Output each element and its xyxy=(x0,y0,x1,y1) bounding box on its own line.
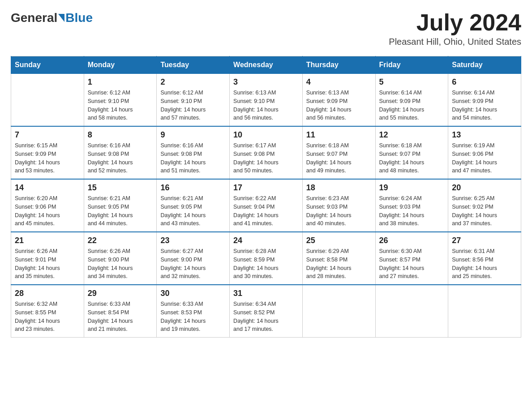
table-row: 12Sunrise: 6:18 AM Sunset: 9:07 PM Dayli… xyxy=(375,126,448,179)
day-number: 15 xyxy=(88,183,153,193)
day-info: Sunrise: 6:32 AM Sunset: 8:55 PM Dayligh… xyxy=(15,300,80,334)
day-info: Sunrise: 6:21 AM Sunset: 9:05 PM Dayligh… xyxy=(160,194,226,228)
header-tuesday: Tuesday xyxy=(157,56,230,74)
day-info: Sunrise: 6:29 AM Sunset: 8:58 PM Dayligh… xyxy=(306,247,372,281)
day-info: Sunrise: 6:17 AM Sunset: 9:08 PM Dayligh… xyxy=(233,141,299,175)
day-number: 13 xyxy=(452,130,517,140)
day-info: Sunrise: 6:16 AM Sunset: 9:08 PM Dayligh… xyxy=(88,141,153,175)
header-friday: Friday xyxy=(375,56,448,74)
day-number: 4 xyxy=(306,77,372,87)
day-number: 28 xyxy=(15,289,80,298)
table-row: 5Sunrise: 6:14 AM Sunset: 9:09 PM Daylig… xyxy=(375,74,448,127)
day-number: 17 xyxy=(233,183,299,193)
header-wednesday: Wednesday xyxy=(230,56,303,74)
calendar-week-row: 21Sunrise: 6:26 AM Sunset: 9:01 PM Dayli… xyxy=(11,232,521,285)
day-number: 12 xyxy=(379,130,445,140)
day-number: 23 xyxy=(160,236,226,245)
table-row xyxy=(11,74,84,127)
day-number: 21 xyxy=(15,236,80,245)
day-number: 7 xyxy=(15,130,80,140)
table-row: 16Sunrise: 6:21 AM Sunset: 9:05 PM Dayli… xyxy=(157,179,230,232)
day-info: Sunrise: 6:18 AM Sunset: 9:07 PM Dayligh… xyxy=(306,141,372,175)
header-sunday: Sunday xyxy=(11,56,84,74)
day-info: Sunrise: 6:30 AM Sunset: 8:57 PM Dayligh… xyxy=(379,247,445,281)
day-info: Sunrise: 6:26 AM Sunset: 9:01 PM Dayligh… xyxy=(15,247,80,281)
calendar-week-row: 1Sunrise: 6:12 AM Sunset: 9:10 PM Daylig… xyxy=(11,74,521,127)
table-row: 11Sunrise: 6:18 AM Sunset: 9:07 PM Dayli… xyxy=(302,126,375,179)
day-info: Sunrise: 6:21 AM Sunset: 9:05 PM Dayligh… xyxy=(88,194,153,228)
table-row: 20Sunrise: 6:25 AM Sunset: 9:02 PM Dayli… xyxy=(448,179,521,232)
day-info: Sunrise: 6:13 AM Sunset: 9:10 PM Dayligh… xyxy=(233,89,299,122)
calendar-week-row: 28Sunrise: 6:32 AM Sunset: 8:55 PM Dayli… xyxy=(11,285,521,338)
header-thursday: Thursday xyxy=(302,56,375,74)
day-info: Sunrise: 6:15 AM Sunset: 9:09 PM Dayligh… xyxy=(15,141,80,175)
day-info: Sunrise: 6:16 AM Sunset: 9:08 PM Dayligh… xyxy=(160,141,226,175)
location: Pleasant Hill, Ohio, United States xyxy=(389,37,521,47)
header-saturday: Saturday xyxy=(448,56,521,74)
day-number: 31 xyxy=(233,289,299,298)
table-row: 7Sunrise: 6:15 AM Sunset: 9:09 PM Daylig… xyxy=(11,126,84,179)
day-number: 29 xyxy=(88,289,153,298)
day-number: 16 xyxy=(160,183,226,193)
day-number: 11 xyxy=(306,130,372,140)
day-number: 6 xyxy=(452,77,517,87)
day-info: Sunrise: 6:22 AM Sunset: 9:04 PM Dayligh… xyxy=(233,194,299,228)
table-row: 23Sunrise: 6:27 AM Sunset: 9:00 PM Dayli… xyxy=(157,232,230,285)
day-info: Sunrise: 6:13 AM Sunset: 9:09 PM Dayligh… xyxy=(306,89,372,122)
logo-triangle-icon xyxy=(58,14,64,22)
day-number: 14 xyxy=(15,183,80,193)
day-number: 18 xyxy=(306,183,372,193)
day-info: Sunrise: 6:18 AM Sunset: 9:07 PM Dayligh… xyxy=(379,141,445,175)
table-row: 4Sunrise: 6:13 AM Sunset: 9:09 PM Daylig… xyxy=(302,74,375,127)
day-info: Sunrise: 6:14 AM Sunset: 9:09 PM Dayligh… xyxy=(452,89,517,122)
calendar-week-row: 7Sunrise: 6:15 AM Sunset: 9:09 PM Daylig… xyxy=(11,126,521,179)
day-number: 9 xyxy=(160,130,226,140)
day-number: 30 xyxy=(160,289,226,298)
table-row: 24Sunrise: 6:28 AM Sunset: 8:59 PM Dayli… xyxy=(230,232,303,285)
day-info: Sunrise: 6:12 AM Sunset: 9:10 PM Dayligh… xyxy=(88,89,153,122)
table-row: 13Sunrise: 6:19 AM Sunset: 9:06 PM Dayli… xyxy=(448,126,521,179)
table-row: 17Sunrise: 6:22 AM Sunset: 9:04 PM Dayli… xyxy=(230,179,303,232)
day-number: 24 xyxy=(233,236,299,245)
month-title: July 2024 xyxy=(389,11,521,34)
day-number: 22 xyxy=(88,236,153,245)
table-row: 10Sunrise: 6:17 AM Sunset: 9:08 PM Dayli… xyxy=(230,126,303,179)
table-row: 9Sunrise: 6:16 AM Sunset: 9:08 PM Daylig… xyxy=(157,126,230,179)
day-info: Sunrise: 6:34 AM Sunset: 8:52 PM Dayligh… xyxy=(233,300,299,334)
day-number: 5 xyxy=(379,77,445,87)
day-info: Sunrise: 6:33 AM Sunset: 8:53 PM Dayligh… xyxy=(160,300,226,334)
day-number: 20 xyxy=(452,183,517,193)
table-row: 22Sunrise: 6:26 AM Sunset: 9:00 PM Dayli… xyxy=(84,232,157,285)
day-info: Sunrise: 6:19 AM Sunset: 9:06 PM Dayligh… xyxy=(452,141,517,175)
day-info: Sunrise: 6:31 AM Sunset: 8:56 PM Dayligh… xyxy=(452,247,517,281)
logo: General Blue xyxy=(11,11,93,25)
table-row: 8Sunrise: 6:16 AM Sunset: 9:08 PM Daylig… xyxy=(84,126,157,179)
table-row: 3Sunrise: 6:13 AM Sunset: 9:10 PM Daylig… xyxy=(230,74,303,127)
table-row: 2Sunrise: 6:12 AM Sunset: 9:10 PM Daylig… xyxy=(157,74,230,127)
logo-general-text: General xyxy=(11,11,57,25)
table-row: 26Sunrise: 6:30 AM Sunset: 8:57 PM Dayli… xyxy=(375,232,448,285)
day-info: Sunrise: 6:23 AM Sunset: 9:03 PM Dayligh… xyxy=(306,194,372,228)
day-info: Sunrise: 6:14 AM Sunset: 9:09 PM Dayligh… xyxy=(379,89,445,122)
table-row: 30Sunrise: 6:33 AM Sunset: 8:53 PM Dayli… xyxy=(157,285,230,338)
logo-blue-text: Blue xyxy=(65,11,93,25)
table-row: 18Sunrise: 6:23 AM Sunset: 9:03 PM Dayli… xyxy=(302,179,375,232)
day-number: 8 xyxy=(88,130,153,140)
calendar-week-row: 14Sunrise: 6:20 AM Sunset: 9:06 PM Dayli… xyxy=(11,179,521,232)
day-number: 10 xyxy=(233,130,299,140)
table-row: 14Sunrise: 6:20 AM Sunset: 9:06 PM Dayli… xyxy=(11,179,84,232)
day-number: 2 xyxy=(160,77,226,87)
day-number: 3 xyxy=(233,77,299,87)
day-info: Sunrise: 6:26 AM Sunset: 9:00 PM Dayligh… xyxy=(88,247,153,281)
day-info: Sunrise: 6:20 AM Sunset: 9:06 PM Dayligh… xyxy=(15,194,80,228)
day-info: Sunrise: 6:28 AM Sunset: 8:59 PM Dayligh… xyxy=(233,247,299,281)
table-row: 15Sunrise: 6:21 AM Sunset: 9:05 PM Dayli… xyxy=(84,179,157,232)
day-info: Sunrise: 6:25 AM Sunset: 9:02 PM Dayligh… xyxy=(452,194,517,228)
day-number: 19 xyxy=(379,183,445,193)
table-row: 27Sunrise: 6:31 AM Sunset: 8:56 PM Dayli… xyxy=(448,232,521,285)
page-header: General Blue July 2024 Pleasant Hill, Oh… xyxy=(11,11,521,47)
table-row: 29Sunrise: 6:33 AM Sunset: 8:54 PM Dayli… xyxy=(84,285,157,338)
table-row: 19Sunrise: 6:24 AM Sunset: 9:03 PM Dayli… xyxy=(375,179,448,232)
table-row: 28Sunrise: 6:32 AM Sunset: 8:55 PM Dayli… xyxy=(11,285,84,338)
calendar-header-row: Sunday Monday Tuesday Wednesday Thursday… xyxy=(11,56,521,74)
